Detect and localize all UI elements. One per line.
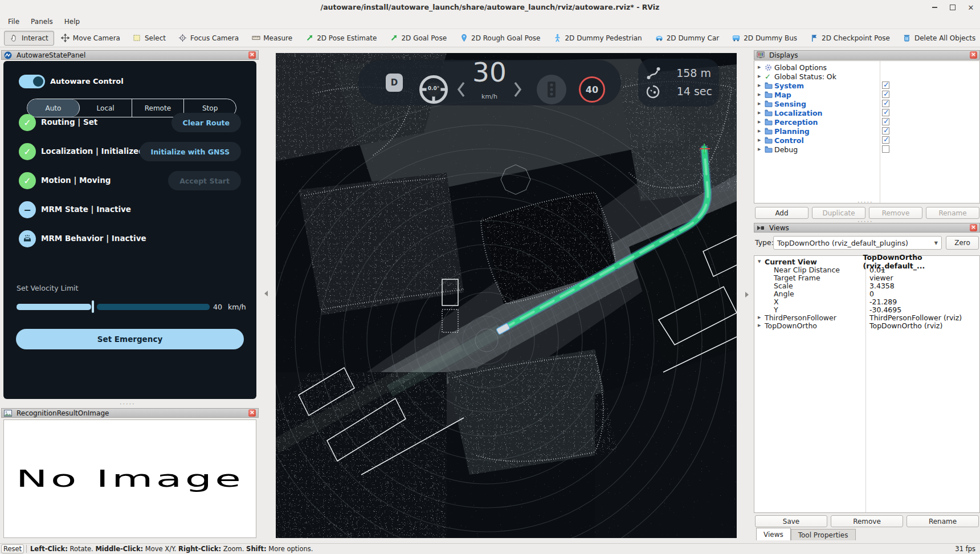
close-icon[interactable]: × bbox=[248, 409, 256, 417]
expand-arrow-icon[interactable]: ▶ bbox=[758, 147, 765, 152]
duplicate-display-button[interactable]: Duplicate bbox=[812, 207, 865, 219]
tool-delete-all-objects[interactable]: Delete All Objects bbox=[897, 31, 980, 46]
tool-measure[interactable]: Measure bbox=[246, 31, 298, 46]
close-button[interactable]: ✕ bbox=[966, 3, 975, 12]
expand-arrow-icon[interactable]: ▶ bbox=[758, 74, 765, 79]
reset-button[interactable]: Reset bbox=[1, 544, 24, 553]
zero-button[interactable]: Zero bbox=[946, 236, 979, 250]
state-panel-header[interactable]: AutowareStatePanel × bbox=[1, 50, 259, 60]
check-circle-icon: ✓ bbox=[19, 143, 36, 160]
minimize-button[interactable] bbox=[930, 3, 939, 12]
displays-tree-row[interactable]: ▶Localization✓ bbox=[754, 108, 979, 117]
tool-pose-estimate[interactable]: 2D Pose Estimate bbox=[299, 31, 382, 46]
displays-panel-header[interactable]: Displays × bbox=[754, 50, 980, 60]
3d-viewport[interactable]: D 0.0° 30 km/h 40 bbox=[276, 53, 737, 538]
expand-arrow-icon[interactable]: ▶ bbox=[758, 111, 765, 115]
tool-focus-camera[interactable]: Focus Camera bbox=[173, 31, 244, 46]
tool-dummy-pedestrian[interactable]: 2D Dummy Pedestrian bbox=[547, 31, 647, 46]
display-enabled-checkbox[interactable]: ✓ bbox=[882, 91, 889, 98]
tool-goal-pose[interactable]: 2D Goal Pose bbox=[383, 31, 452, 46]
accept-start-button[interactable]: Accept Start bbox=[168, 171, 241, 190]
close-icon[interactable]: × bbox=[970, 51, 977, 59]
view-property-row[interactable]: Angle0 bbox=[754, 290, 979, 298]
displays-tree-row[interactable]: ▶Debug bbox=[754, 145, 979, 154]
view-property-row[interactable]: Near Clip Distance0.01 bbox=[754, 266, 979, 274]
set-emergency-button[interactable]: Set Emergency bbox=[16, 329, 244, 349]
view-property-row[interactable]: X-21.289 bbox=[754, 298, 979, 305]
panel-splitter[interactable]: ····· bbox=[858, 201, 873, 204]
expand-arrow-icon[interactable]: ▶ bbox=[758, 83, 765, 88]
view-property-row[interactable]: Scale3.4358 bbox=[754, 282, 979, 290]
property-value[interactable]: -21.289 bbox=[865, 298, 897, 306]
property-value[interactable]: viewer bbox=[865, 274, 893, 282]
tool-rough-goal-pose[interactable]: 2D Rough Goal Pose bbox=[454, 31, 546, 46]
rename-view-button[interactable]: Rename bbox=[906, 515, 979, 527]
displays-tree-row[interactable]: ▶System✓ bbox=[754, 81, 979, 90]
display-enabled-checkbox[interactable]: ✓ bbox=[882, 82, 889, 89]
menu-file[interactable]: File bbox=[2, 16, 25, 27]
displays-tree-row[interactable]: ▶Control✓ bbox=[754, 136, 979, 145]
collapse-left-panel-handle[interactable] bbox=[264, 291, 268, 296]
displays-tree-row[interactable]: ▶Map✓ bbox=[754, 90, 979, 99]
restore-button[interactable] bbox=[948, 3, 957, 12]
tool-dummy-bus[interactable]: 2D Dummy Bus bbox=[726, 31, 803, 46]
tool-checkpoint-pose[interactable]: 2D Checkpoint Pose bbox=[804, 31, 896, 46]
displays-tree-row[interactable]: ▶Sensing✓ bbox=[754, 99, 979, 108]
display-enabled-checkbox[interactable]: ✓ bbox=[882, 100, 889, 107]
collapse-right-panel-handle[interactable] bbox=[745, 292, 749, 298]
tab-tool-properties[interactable]: Tool Properties bbox=[791, 529, 856, 540]
expand-arrow-icon[interactable]: ▶ bbox=[758, 138, 765, 142]
expand-arrow-icon[interactable]: ▶ bbox=[754, 315, 765, 320]
expand-arrow-icon[interactable]: ▶ bbox=[758, 120, 765, 124]
expand-arrow-icon[interactable]: ▶ bbox=[754, 323, 765, 328]
expand-arrow-icon[interactable]: ▶ bbox=[758, 92, 765, 97]
property-value[interactable]: 0.01 bbox=[865, 266, 885, 274]
view-property-row[interactable]: ▼Current ViewTopDownOrtho (rviz_default_… bbox=[754, 258, 979, 266]
displays-tree-row[interactable]: ▶✓Global Status: Ok bbox=[754, 72, 979, 81]
rename-display-button[interactable]: Rename bbox=[926, 207, 979, 219]
display-enabled-checkbox[interactable]: ✓ bbox=[882, 109, 889, 116]
property-value[interactable]: 0 bbox=[865, 290, 874, 298]
menu-panels[interactable]: Panels bbox=[25, 16, 59, 27]
property-value[interactable]: -30.4695 bbox=[865, 305, 901, 314]
add-display-button[interactable]: Add bbox=[755, 207, 808, 219]
displays-tree-row[interactable]: ▶Global Options bbox=[754, 63, 979, 72]
tool-select[interactable]: Select bbox=[127, 31, 172, 46]
close-icon[interactable]: × bbox=[970, 224, 977, 231]
display-enabled-checkbox[interactable]: ✓ bbox=[882, 118, 889, 125]
property-value[interactable]: 3.4358 bbox=[865, 282, 895, 290]
remove-display-button[interactable]: Remove bbox=[869, 207, 922, 219]
tool-interact[interactable]: Interact bbox=[4, 31, 54, 46]
tab-views[interactable]: Views bbox=[756, 528, 791, 540]
remove-view-button[interactable]: Remove bbox=[831, 515, 903, 527]
initialize-with-gnss-button[interactable]: Initialize with GNSS bbox=[140, 142, 241, 161]
velocity-limit-value: 40 bbox=[213, 303, 222, 311]
autoware-control-toggle[interactable] bbox=[19, 75, 45, 88]
close-icon[interactable]: × bbox=[248, 51, 256, 59]
expand-arrow-icon[interactable]: ▶ bbox=[758, 65, 765, 70]
tool-dummy-car[interactable]: 2D Dummy Car bbox=[649, 31, 725, 46]
property-value[interactable]: ThirdPersonFollower (rviz) bbox=[865, 313, 962, 322]
image-panel-header[interactable]: RecognitionResultOnImage × bbox=[1, 408, 259, 418]
save-view-button[interactable]: Save bbox=[755, 515, 827, 527]
display-enabled-checkbox[interactable]: ✓ bbox=[882, 136, 889, 144]
display-enabled-checkbox[interactable]: ✓ bbox=[882, 127, 889, 135]
displays-tree-row[interactable]: ▶Perception✓ bbox=[754, 117, 979, 127]
expand-arrow-icon[interactable]: ▶ bbox=[758, 101, 765, 106]
expand-arrow-icon[interactable]: ▶ bbox=[758, 129, 765, 133]
view-property-row[interactable]: Target Frameviewer bbox=[754, 274, 979, 282]
clear-route-button[interactable]: Clear Route bbox=[172, 113, 241, 132]
panel-splitter[interactable]: ····· bbox=[120, 402, 135, 406]
view-property-row[interactable]: ▶ThirdPersonFollowerThirdPersonFollower … bbox=[754, 313, 979, 321]
tool-move-camera[interactable]: Move Camera bbox=[55, 31, 126, 46]
view-type-combobox[interactable]: TopDownOrtho (rviz_default_plugins) ▼ bbox=[773, 236, 942, 250]
view-property-row[interactable]: ▶TopDownOrthoTopDownOrtho (rviz) bbox=[754, 321, 979, 329]
property-value[interactable]: TopDownOrtho (rviz) bbox=[865, 321, 942, 330]
view-property-row[interactable]: Y-30.4695 bbox=[754, 305, 979, 313]
displays-tree-row[interactable]: ▶Planning✓ bbox=[754, 127, 979, 136]
speed-limit-sign: 40 bbox=[579, 76, 605, 103]
menu-help[interactable]: Help bbox=[59, 16, 85, 27]
expand-arrow-icon[interactable]: ▼ bbox=[754, 259, 765, 264]
views-panel-header[interactable]: Views × bbox=[754, 223, 980, 233]
display-enabled-checkbox[interactable] bbox=[882, 145, 889, 153]
